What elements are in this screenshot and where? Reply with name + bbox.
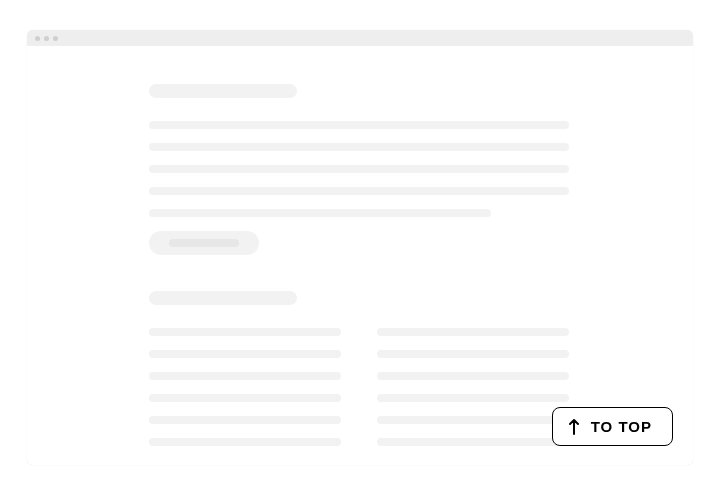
skeleton-line (149, 416, 341, 424)
skeleton-line (377, 438, 569, 446)
skeleton-column-left (149, 328, 341, 446)
skeleton-line (149, 350, 341, 358)
skeleton-line (377, 416, 569, 424)
skeleton-button-inner (169, 239, 239, 247)
to-top-label: TO TOP (591, 418, 652, 435)
skeleton-line (149, 209, 491, 217)
arrow-up-icon (569, 419, 579, 435)
skeleton-heading (149, 291, 297, 305)
to-top-button[interactable]: TO TOP (552, 407, 673, 446)
traffic-light-maximize (53, 36, 58, 41)
skeleton-button (149, 231, 259, 255)
browser-frame (27, 30, 693, 465)
skeleton-line (149, 143, 569, 151)
skeleton-heading (149, 84, 297, 98)
skeleton-line (149, 328, 341, 336)
skeleton-line (377, 328, 569, 336)
skeleton-line (149, 165, 569, 173)
skeleton-two-column (149, 328, 571, 446)
browser-titlebar (27, 30, 693, 46)
skeleton-line (149, 394, 341, 402)
skeleton-line (149, 438, 341, 446)
skeleton-line (149, 187, 569, 195)
skeleton-line (149, 372, 341, 380)
skeleton-line (377, 372, 569, 380)
skeleton-line (377, 350, 569, 358)
traffic-light-minimize (44, 36, 49, 41)
skeleton-line (377, 394, 569, 402)
traffic-light-close (35, 36, 40, 41)
browser-content (27, 46, 693, 465)
skeleton-column-right (377, 328, 569, 446)
skeleton-line (149, 121, 569, 129)
